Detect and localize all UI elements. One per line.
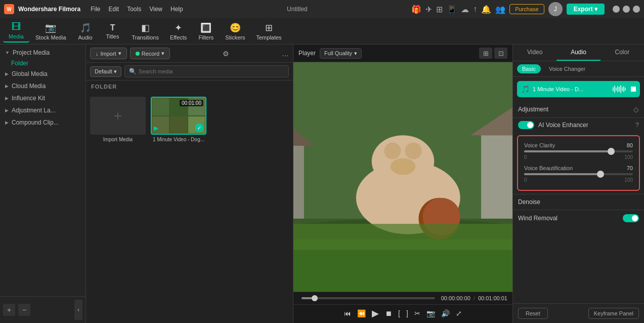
full-view-button[interactable]: ⊡ <box>494 48 507 59</box>
share-icon[interactable]: ✈ <box>425 5 432 14</box>
notification-icon[interactable]: 🔔 <box>481 5 491 14</box>
search-box[interactable]: 🔍 <box>124 65 289 77</box>
step-back-button[interactable]: ⏪ <box>356 308 367 318</box>
voice-beautification-thumb[interactable] <box>597 171 604 178</box>
voice-clarity-slider[interactable] <box>524 150 633 152</box>
quality-chevron-icon: ▾ <box>354 50 357 57</box>
toolbar-media[interactable]: 🎞 Media <box>3 20 29 43</box>
fullscreen-button[interactable]: ⤢ <box>455 308 463 318</box>
volume-button[interactable]: 🔊 <box>440 308 451 318</box>
tab-audio[interactable]: Audio <box>556 45 600 61</box>
maximize-button[interactable] <box>623 6 630 13</box>
mark-out-button[interactable]: ] <box>405 308 409 318</box>
import-button[interactable]: ↓ Import ▾ <box>90 48 127 59</box>
voice-clarity-thumb[interactable] <box>608 148 615 155</box>
audio-waveform <box>613 85 626 93</box>
sidebar-item-influence-kit[interactable]: ▶ Influence Kit <box>0 92 85 104</box>
import-thumb[interactable]: + <box>90 97 146 135</box>
filters-icon: 🔳 <box>200 22 211 33</box>
menu-view[interactable]: View <box>149 6 162 13</box>
menu-edit[interactable]: Edit <box>108 6 119 13</box>
menu-file[interactable]: File <box>91 6 100 13</box>
people-icon[interactable]: 👥 <box>495 5 505 14</box>
adjustment-expand-icon[interactable]: ◇ <box>633 105 639 113</box>
toolbar-filters[interactable]: 🔳 Filters <box>193 20 219 43</box>
mobile-icon[interactable]: 📱 <box>447 5 457 14</box>
denoise-section: Denoise <box>513 194 644 210</box>
sidebar-item-compound-clip[interactable]: ▶ Compound Clip... <box>0 116 85 129</box>
media-item-import[interactable]: + Import Media <box>90 97 146 319</box>
upload-icon[interactable]: ↑ <box>473 5 477 14</box>
right-panel-tabs: Video Audio Color <box>513 45 644 61</box>
audio-icon: 🎵 <box>80 22 91 33</box>
search-input[interactable] <box>139 68 284 74</box>
play-button[interactable]: ▶ <box>371 307 380 320</box>
media-toolbar: ↓ Import ▾ Record ▾ ⚙ … <box>86 45 293 63</box>
toolbar-stock-media[interactable]: 📷 Stock Media <box>30 20 71 43</box>
add-folder-button[interactable]: + <box>3 304 15 316</box>
effects-icon[interactable]: ⊞ <box>436 5 443 14</box>
toolbar-templates[interactable]: ⊞ Templates <box>251 20 286 43</box>
titles-icon: T <box>110 23 115 32</box>
default-button[interactable]: Default ▾ <box>90 66 121 77</box>
wind-removal-toggle[interactable] <box>623 214 639 222</box>
tab-color[interactable]: Color <box>600 45 644 61</box>
keyframe-panel-button[interactable]: Keyframe Panel <box>588 308 639 319</box>
stop-button[interactable]: ⏹ <box>384 308 393 318</box>
app-icon: W <box>4 4 14 14</box>
close-button[interactable] <box>633 6 640 13</box>
remove-folder-button[interactable]: − <box>18 304 30 316</box>
menu-help[interactable]: Help <box>170 6 183 13</box>
media-item-video1[interactable]: 00:01:00 ▶ ✓ 1 Minute Video - Dog... <box>151 97 206 319</box>
split-button[interactable]: ✂ <box>413 308 421 318</box>
preview-timeline-bar[interactable] <box>302 297 435 299</box>
snapshot-button[interactable]: 📷 <box>425 308 436 318</box>
sidebar-item-adjustment[interactable]: ▶ Adjustment La... <box>0 104 85 116</box>
record-dot-icon <box>136 52 140 56</box>
toolbar-stickers[interactable]: 😊 Stickers <box>220 20 250 43</box>
record-button[interactable]: Record ▾ <box>130 48 170 59</box>
sub-tab-voice-changer[interactable]: Voice Changer <box>544 64 590 73</box>
video-thumb[interactable]: 00:01:00 ▶ ✓ <box>151 97 206 135</box>
toolbar-transitions[interactable]: ◧ Transitions <box>127 20 164 43</box>
cloud-icon[interactable]: ☁ <box>461 5 469 14</box>
total-time-display: 00:01:00:01 <box>478 295 507 301</box>
sidebar-item-project-media[interactable]: ▼ Project Media <box>0 47 85 59</box>
record-chevron-icon: ▾ <box>161 50 164 57</box>
toolbar-titles[interactable]: T Titles <box>100 21 126 42</box>
voice-enhancement-box: Voice Clarity 80 0 100 Voice Beautificat… <box>517 135 640 191</box>
time-separator: / <box>474 295 475 301</box>
toolbar-audio[interactable]: 🎵 Audio <box>72 20 99 43</box>
wind-removal-section: Wind Removal <box>513 210 644 226</box>
export-button[interactable]: Export ▾ <box>567 4 605 15</box>
arrow-icon: ▼ <box>5 50 10 55</box>
more-icon[interactable]: … <box>282 50 289 58</box>
menu-tools[interactable]: Tools <box>127 6 141 13</box>
voice-clarity-value: 80 <box>627 142 633 148</box>
arrow-right-icon2: ▶ <box>5 84 9 89</box>
sub-tab-basic[interactable]: Basic <box>517 64 541 73</box>
mark-in-button[interactable]: [ <box>397 308 401 318</box>
voice-beautification-slider[interactable] <box>524 173 633 175</box>
sidebar-item-cloud-media[interactable]: ▶ Cloud Media <box>0 80 85 92</box>
help-icon[interactable]: ? <box>635 122 639 129</box>
voice-beautification-label-row: Voice Beautification 70 <box>522 165 635 171</box>
music-icon: 🎵 <box>521 85 530 93</box>
import-down-icon: ↓ <box>96 51 99 57</box>
ai-voice-enhancer-toggle[interactable] <box>518 121 534 129</box>
minimize-button[interactable] <box>613 6 620 13</box>
quality-select[interactable]: Full Quality ▾ <box>320 48 362 59</box>
sidebar-item-global-media[interactable]: ▶ Global Media <box>0 68 85 80</box>
collapse-panel-button[interactable]: ‹ <box>74 300 82 320</box>
grid-view-button[interactable]: ⊞ <box>479 48 492 59</box>
filter-icon[interactable]: ⚙ <box>223 50 229 58</box>
toolbar-effects[interactable]: ✦ Effects <box>165 20 192 43</box>
reset-button[interactable]: Reset <box>518 308 548 319</box>
purchase-button[interactable]: Purchase <box>509 4 544 14</box>
gift-icon[interactable]: 🎁 <box>411 5 421 14</box>
tab-video[interactable]: Video <box>513 45 556 61</box>
voice-beautification-fill <box>524 173 600 175</box>
prev-frame-button[interactable]: ⏮ <box>343 308 352 318</box>
avatar[interactable]: J <box>548 2 563 16</box>
sidebar-item-folder[interactable]: Folder <box>0 59 85 68</box>
